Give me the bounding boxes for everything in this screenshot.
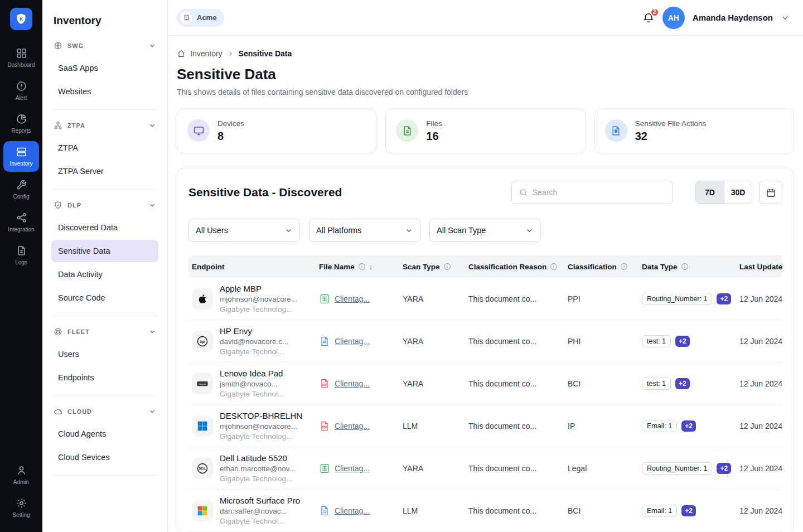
table-row[interactable]: hpHP Envydavid@novacore.c...Gigabyte Tec… — [188, 320, 782, 362]
calendar-icon — [766, 187, 776, 198]
network-icon — [54, 121, 62, 130]
more-count-badge[interactable]: +2 — [681, 420, 696, 432]
rail-item-logs[interactable]: Logs — [3, 240, 39, 270]
table-row[interactable]: Apple MBPmjohnson@novacore...Gigabyte Te… — [188, 278, 782, 320]
chevron-down-icon[interactable] — [781, 13, 790, 22]
column-label: Scan Type — [403, 263, 440, 271]
sidebar-item-data-activity[interactable]: Data Activity — [51, 263, 158, 286]
table-row[interactable]: LenovoLenovo Idea Padjsmith@novaco...Gig… — [188, 362, 782, 405]
column-header-file-name[interactable]: File Name↓ — [316, 263, 399, 271]
sidebar-item-saas-apps[interactable]: SaaS Apps — [51, 57, 158, 79]
date-picker-button[interactable] — [759, 181, 782, 204]
sidebar-item-ztpa-server[interactable]: ZTPA Server — [51, 160, 158, 182]
rail-item-alert[interactable]: Alert — [3, 75, 39, 106]
filter-all-scan-type[interactable]: All Scan Type — [429, 219, 541, 242]
more-count-badge[interactable]: +2 — [681, 505, 696, 516]
sidebar-item-discovered-data[interactable]: Discovered Data — [51, 216, 158, 239]
info-icon[interactable] — [358, 263, 366, 270]
classification-reason: This document co... — [465, 337, 564, 346]
column-header-data-type[interactable]: Data Type — [638, 263, 736, 271]
info-icon[interactable] — [681, 263, 689, 270]
inventory-icon — [16, 146, 27, 158]
avatar[interactable]: AH — [662, 7, 685, 29]
more-count-badge[interactable]: +2 — [717, 293, 731, 304]
chevron-down-icon — [525, 226, 534, 235]
table-row[interactable]: Microsoft Surface Prodan.saffer@novac...… — [188, 490, 782, 532]
file-link[interactable]: Clientag... — [335, 379, 370, 388]
sort-desc-icon[interactable]: ↓ — [369, 263, 373, 271]
stat-label: Devices — [217, 119, 244, 128]
classification-reason: This document co... — [465, 294, 564, 303]
filter-all-users[interactable]: All Users — [188, 219, 300, 242]
page-content: Inventory Sensitive Data Sensitive Data … — [168, 36, 803, 532]
classification-reason: This document co... — [465, 464, 564, 473]
filter-all-platforms[interactable]: All Platforms — [309, 219, 420, 242]
sidebar-item-sensitive-data[interactable]: Sensitive Data — [51, 240, 158, 262]
info-icon[interactable] — [443, 263, 451, 270]
sidebar-item-users[interactable]: Users — [51, 343, 158, 365]
sidebar-item-cloud-sevices[interactable]: Cloud Sevices — [51, 446, 158, 468]
rail-item-admin[interactable]: Admin — [3, 460, 39, 490]
app-logo[interactable]: K — [10, 8, 32, 30]
column-header-classification-reason[interactable]: Classification Reason — [465, 263, 564, 271]
section-header-cloud[interactable]: CLOUD — [51, 402, 158, 422]
file-link[interactable]: Clientag... — [335, 294, 370, 303]
more-count-badge[interactable]: +2 — [717, 463, 731, 474]
column-label: Last Updated — [739, 263, 782, 271]
sidebar-item-ztpa[interactable]: ZTPA — [51, 137, 158, 159]
file-type-icon — [319, 336, 330, 347]
org-name: Acme — [197, 13, 216, 22]
sidebar-item-cloud-agents[interactable]: Cloud Agents — [51, 423, 158, 445]
org-switcher[interactable]: Acme — [177, 9, 224, 27]
table-row[interactable]: DELLDell Latitude 5520ethan.marcotte@nov… — [188, 447, 782, 490]
file-link[interactable]: Clientag... — [335, 337, 370, 346]
rail-item-config[interactable]: Config — [3, 174, 39, 205]
rail-item-inventory[interactable]: Inventory — [3, 141, 39, 172]
home-icon[interactable] — [177, 49, 186, 58]
data-type-tag: test: 1 — [642, 335, 671, 347]
table-body: Apple MBPmjohnson@novacore...Gigabyte Te… — [188, 278, 782, 532]
rail-item-label: Inventory — [9, 161, 32, 167]
alert-icon — [16, 80, 27, 92]
endpoint-org: Gigabyte Technolog... — [220, 305, 297, 313]
more-count-badge[interactable]: +2 — [675, 378, 690, 389]
setting-icon — [16, 497, 27, 509]
column-header-endpoint[interactable]: Endpoint — [188, 263, 316, 271]
search-input[interactable] — [533, 188, 666, 197]
info-icon[interactable] — [550, 263, 558, 270]
endpoint-user-email: dan.saffer@novac... — [220, 507, 300, 515]
range-7d-button[interactable]: 7D — [696, 181, 724, 204]
more-count-badge[interactable]: +2 — [675, 336, 690, 347]
section-header-swg[interactable]: SWG — [51, 36, 158, 56]
rail-item-dashboard[interactable]: Dashboard — [3, 42, 39, 73]
search-box — [511, 181, 673, 204]
section-header-dlp[interactable]: DLP — [51, 195, 158, 215]
sidebar-item-endpoints[interactable]: Endpoints — [51, 366, 158, 389]
range-30d-button[interactable]: 30D — [724, 181, 752, 204]
section-header-fleet[interactable]: FLEET — [51, 322, 158, 342]
file-link[interactable]: Clientag... — [335, 506, 370, 515]
table-row[interactable]: DESKTOP-BHRELHNmjohnson@novacore...Gigab… — [188, 405, 782, 447]
stat-value: 8 — [217, 130, 244, 143]
column-header-classification[interactable]: Classification — [564, 263, 638, 271]
rail-item-setting[interactable]: Setting — [3, 492, 39, 523]
nav-rail-bottom: AdminSetting — [0, 460, 42, 525]
notifications-button[interactable]: 2 — [642, 12, 655, 24]
chevron-down-icon — [148, 201, 156, 209]
column-header-scan-type[interactable]: Scan Type — [399, 263, 465, 271]
file-type-icon — [319, 505, 330, 516]
file-link[interactable]: Clientag... — [335, 422, 370, 431]
chevron-down-icon — [148, 328, 156, 336]
rail-item-integration[interactable]: Integration — [3, 207, 39, 238]
sidebar-item-source-code[interactable]: Source Code — [51, 287, 158, 309]
breadcrumb-root[interactable]: Inventory — [190, 49, 222, 58]
classification: PHI — [564, 337, 638, 346]
rail-item-reports[interactable]: Reports — [3, 108, 39, 139]
column-header-last-updated[interactable]: Last Updated — [736, 263, 782, 271]
sidebar-item-websites[interactable]: Websites — [51, 80, 158, 103]
chevron-right-icon — [227, 50, 234, 57]
info-icon[interactable] — [620, 263, 628, 270]
column-label: Classification — [568, 263, 617, 271]
section-header-ztpa[interactable]: ZTPA — [51, 115, 158, 136]
file-link[interactable]: Clientag... — [335, 464, 370, 473]
